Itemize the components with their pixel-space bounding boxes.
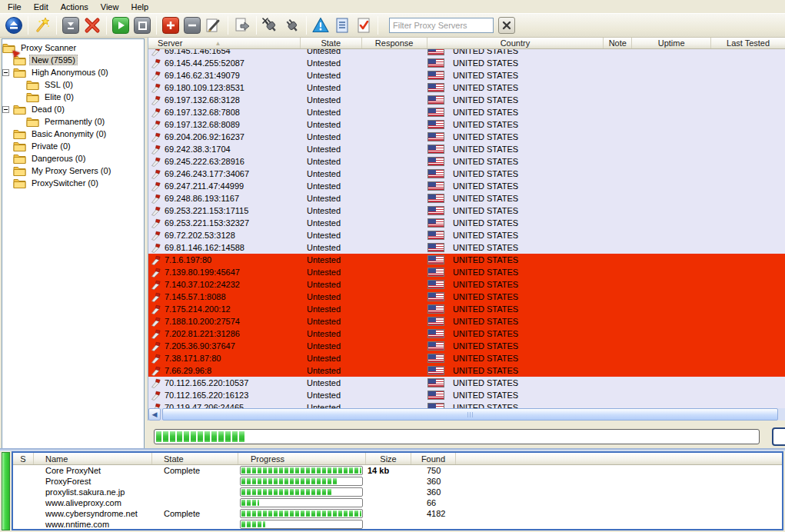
- source-row[interactable]: proxylist.sakura.ne.jp 360: [13, 487, 782, 497]
- connect-test-button[interactable]: [281, 15, 303, 36]
- tree-item[interactable]: Basic Anonymity (0): [2, 128, 144, 140]
- proxy-row[interactable]: 69.245.222.63:28916 Untested UNITED STAT…: [148, 155, 785, 168]
- proxy-row[interactable]: 7.66.29.96:8 Untested UNITED STATES: [148, 364, 785, 377]
- proxy-row[interactable]: 7.175.214.200:12 Untested UNITED STATES: [148, 303, 785, 315]
- proxy-row[interactable]: 69.242.38.3:1704 Untested UNITED STATES: [148, 143, 785, 155]
- column-label: Response: [375, 38, 414, 48]
- export-button[interactable]: [231, 15, 253, 36]
- column-header-source-state[interactable]: State: [152, 453, 238, 464]
- column-header-note[interactable]: Note: [604, 38, 632, 48]
- tree-item[interactable]: Private (0): [2, 140, 144, 152]
- tree-item[interactable]: My Proxy Servers (0): [2, 165, 144, 177]
- column-header-progress[interactable]: Progress: [238, 453, 366, 464]
- proxy-row[interactable]: 7.188.10.200:27574 Untested UNITED STATE…: [148, 315, 785, 328]
- menu-item[interactable]: Actions: [55, 1, 95, 13]
- filter-proxy-input[interactable]: [389, 18, 494, 33]
- column-header-uptime[interactable]: Uptime: [632, 38, 711, 48]
- proxy-row[interactable]: 69.197.132.68:8089 Untested UNITED STATE…: [148, 118, 785, 131]
- proxy-row[interactable]: 69.197.132.68:7808 Untested UNITED STATE…: [148, 106, 785, 118]
- proxy-row[interactable]: 69.253.221.153:32327 Untested UNITED STA…: [148, 217, 785, 229]
- tree-item[interactable]: New (7595): [2, 54, 144, 66]
- tree-item[interactable]: Permanently (0): [2, 115, 144, 128]
- country-name: UNITED STATES: [449, 120, 518, 129]
- tree-item[interactable]: Dangerous (0): [2, 152, 144, 165]
- clear-filter-button[interactable]: [498, 17, 515, 34]
- start-scan-button[interactable]: [110, 15, 131, 36]
- proxy-row[interactable]: 7.205.36.90:37647 Untested UNITED STATES: [148, 340, 785, 352]
- proxy-row[interactable]: 70.112.165.220:16123 Untested UNITED STA…: [148, 389, 785, 401]
- validate-button[interactable]: [353, 15, 374, 36]
- proxy-row[interactable]: 70.112.165.220:10537 Untested UNITED STA…: [148, 377, 785, 389]
- proxy-row[interactable]: 69.248.86.193:1167 Untested UNITED STATE…: [148, 192, 785, 204]
- column-label: Found: [421, 454, 445, 464]
- report-button[interactable]: [331, 15, 353, 36]
- tree-item[interactable]: Proxy Scanner: [2, 42, 144, 54]
- proxy-row[interactable]: 69.72.202.53:3128 Untested UNITED STATES: [148, 229, 785, 241]
- tree-item[interactable]: High Anonymous (0): [2, 66, 144, 78]
- proxy-row[interactable]: 7.140.37.102:24232 Untested UNITED STATE…: [148, 278, 785, 291]
- source-row[interactable]: Core ProxyNet Complete 14 kb 750: [13, 465, 782, 476]
- column-header-filler: [456, 453, 782, 464]
- menu-item[interactable]: View: [95, 1, 125, 13]
- proxy-row[interactable]: 69.145.1.46:1654 Untested UNITED STATES: [148, 49, 785, 57]
- menu-item[interactable]: Help: [125, 1, 155, 13]
- source-row[interactable]: www.aliveproxy.com 66: [13, 497, 782, 508]
- proxy-row[interactable]: 7.1.6.197:80 Untested UNITED STATES: [148, 254, 785, 266]
- tree-item[interactable]: Dead (0): [2, 103, 144, 115]
- wizard-button[interactable]: [32, 15, 53, 36]
- alerts-button[interactable]: [310, 15, 331, 36]
- proxy-row[interactable]: 70.119.47.206:24465 Untested UNITED STAT…: [148, 401, 785, 408]
- partial-button[interactable]: [772, 427, 785, 446]
- column-header-last-tested[interactable]: Last Tested: [711, 38, 785, 48]
- add-proxy-button[interactable]: [160, 15, 181, 36]
- horizontal-scrollbar[interactable]: ◀: [148, 408, 785, 421]
- menu-item[interactable]: Edit: [28, 1, 55, 13]
- remove-proxy-button[interactable]: [181, 15, 203, 36]
- tree-item[interactable]: SSL (0): [2, 78, 144, 91]
- scrollbar-thumb[interactable]: [162, 408, 778, 421]
- tree-expander[interactable]: [2, 69, 9, 76]
- column-label: Size: [380, 454, 396, 464]
- eject-button[interactable]: [3, 15, 25, 36]
- tree-item[interactable]: ProxySwitcher (0): [2, 177, 144, 189]
- column-header-size[interactable]: Size: [366, 453, 411, 464]
- proxy-row[interactable]: 69.246.243.177:34067 Untested UNITED STA…: [148, 168, 785, 180]
- proxy-row[interactable]: 7.145.57.1:8088 Untested UNITED STATES: [148, 291, 785, 303]
- proxy-row[interactable]: 69.253.221.153:17115 Untested UNITED STA…: [148, 204, 785, 217]
- source-row[interactable]: www.cybersyndrome.net Complete 4182: [13, 508, 782, 519]
- proxy-row[interactable]: 7.139.80.199:45647 Untested UNITED STATE…: [148, 266, 785, 278]
- disconnect-test-button[interactable]: [260, 15, 281, 36]
- edit-proxy-button[interactable]: [203, 15, 225, 36]
- proxy-row[interactable]: 69.146.62.31:49079 Untested UNITED STATE…: [148, 69, 785, 81]
- menu-item[interactable]: File: [2, 1, 28, 13]
- tree-expander[interactable]: [2, 106, 9, 113]
- proxy-row[interactable]: 69.145.44.255:52087 Untested UNITED STAT…: [148, 57, 785, 69]
- country-flag-cell: [427, 243, 449, 252]
- proxy-state: Untested: [301, 231, 362, 240]
- tree-item[interactable]: Elite (0): [2, 91, 144, 103]
- source-row[interactable]: ProxyForest 360: [13, 476, 782, 487]
- proxy-row[interactable]: 69.180.109.123:8531 Untested UNITED STAT…: [148, 81, 785, 94]
- proxy-row[interactable]: 69.204.206.92:16237 Untested UNITED STAT…: [148, 131, 785, 143]
- download-list-button[interactable]: [60, 15, 81, 36]
- proxy-row[interactable]: 7.38.171.87:80 Untested UNITED STATES: [148, 352, 785, 364]
- server-address: 7.66.29.96:8: [165, 366, 301, 375]
- column-header-found[interactable]: Found: [411, 453, 456, 464]
- column-label: Name: [45, 454, 68, 464]
- column-header-response[interactable]: Response: [362, 38, 427, 48]
- source-row[interactable]: www.nntime.com: [13, 519, 782, 530]
- column-header-state[interactable]: State: [301, 38, 362, 48]
- proxy-row[interactable]: 69.247.211.47:44999 Untested UNITED STAT…: [148, 180, 785, 192]
- stop-scan-button[interactable]: [131, 15, 153, 36]
- column-header-s[interactable]: S: [13, 453, 34, 464]
- proxy-pen-icon: [151, 304, 161, 314]
- column-header-server[interactable]: Server ▲: [148, 38, 301, 48]
- column-header-country[interactable]: Country: [427, 38, 604, 48]
- proxy-state: Untested: [301, 341, 362, 351]
- delete-button[interactable]: [81, 15, 103, 36]
- scroll-left-button[interactable]: ◀: [148, 408, 161, 421]
- proxy-row[interactable]: 69.81.146.162:14588 Untested UNITED STAT…: [148, 241, 785, 254]
- proxy-row[interactable]: 69.197.132.68:3128 Untested UNITED STATE…: [148, 94, 785, 106]
- proxy-row[interactable]: 7.202.81.221:31286 Untested UNITED STATE…: [148, 328, 785, 340]
- column-header-name[interactable]: Name: [34, 453, 152, 464]
